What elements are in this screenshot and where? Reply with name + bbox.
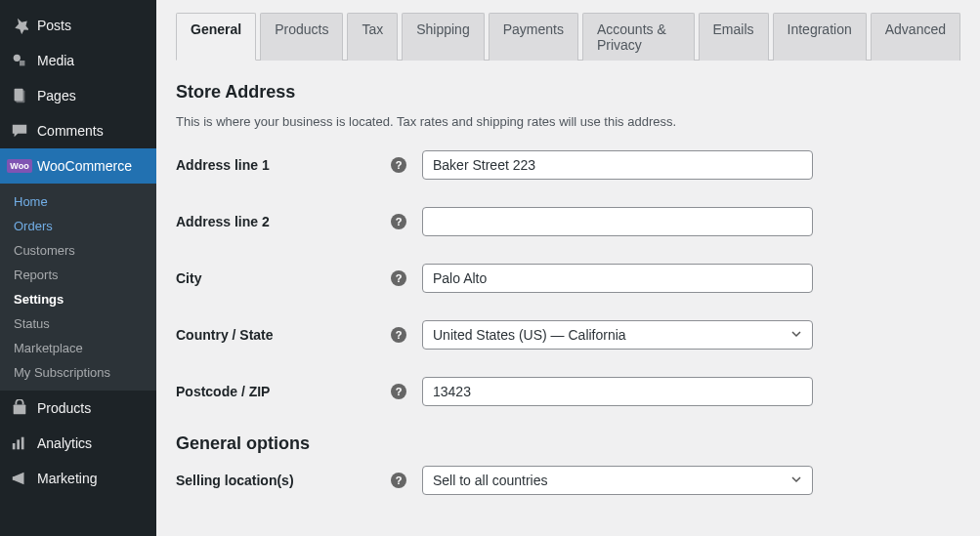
sidebar-item-marketing[interactable]: Marketing: [0, 461, 156, 496]
svg-point-0: [14, 55, 21, 62]
tab-products[interactable]: Products: [260, 13, 343, 61]
section-title-general-options: General options: [176, 433, 960, 454]
svg-rect-6: [21, 437, 24, 450]
sidebar-item-posts[interactable]: Posts: [0, 8, 156, 43]
select-country-state[interactable]: United States (US) — California: [422, 320, 813, 350]
sidebar-item-woocommerce[interactable]: Woo WooCommerce: [0, 148, 156, 184]
section-title-store-address: Store Address: [176, 82, 960, 103]
tab-advanced[interactable]: Advanced: [871, 13, 960, 61]
tab-accounts-privacy[interactable]: Accounts & Privacy: [582, 13, 695, 61]
sidebar-item-analytics[interactable]: Analytics: [0, 426, 156, 461]
sidebar-item-label: Posts: [37, 18, 71, 33]
svg-rect-7: [13, 476, 15, 480]
row-city: City ?: [176, 264, 960, 293]
settings-tabs: General Products Tax Shipping Payments A…: [176, 12, 960, 61]
input-address2[interactable]: [422, 207, 813, 236]
products-icon: [10, 398, 29, 418]
row-country-state: Country / State ? United States (US) — C…: [176, 320, 960, 350]
tab-general[interactable]: General: [176, 13, 256, 61]
select-selling-locations[interactable]: Sell to all countries: [422, 466, 813, 495]
select-value: Sell to all countries: [433, 473, 548, 488]
sidebar-item-pages[interactable]: Pages: [0, 78, 156, 113]
sidebar-item-label: WooCommerce: [37, 158, 132, 174]
sidebar-item-products[interactable]: Products: [0, 391, 156, 426]
sidebar-item-media[interactable]: Media: [0, 43, 156, 78]
sidebar-submenu: Home Orders Customers Reports Settings S…: [0, 184, 156, 391]
row-address1: Address line 1 ?: [176, 150, 960, 180]
row-postcode: Postcode / ZIP ?: [176, 377, 960, 406]
section-desc-store-address: This is where your business is located. …: [176, 114, 960, 129]
marketing-icon: [10, 469, 29, 488]
help-icon[interactable]: ?: [391, 270, 406, 286]
sidebar-sub-settings[interactable]: Settings: [0, 287, 156, 311]
sidebar-sub-home[interactable]: Home: [0, 189, 156, 214]
svg-rect-5: [17, 439, 20, 449]
media-icon: [10, 51, 29, 70]
help-icon[interactable]: ?: [391, 384, 406, 399]
label-address1: Address line 1: [176, 157, 391, 173]
svg-rect-4: [13, 443, 16, 449]
main-content: General Products Tax Shipping Payments A…: [156, 0, 980, 536]
label-city: City: [176, 270, 391, 286]
sidebar-item-label: Analytics: [37, 435, 92, 451]
label-postcode: Postcode / ZIP: [176, 384, 391, 399]
sidebar-item-label: Products: [37, 400, 91, 416]
svg-rect-3: [14, 404, 26, 414]
help-icon[interactable]: ?: [391, 327, 406, 343]
sidebar-item-label: Marketing: [37, 471, 97, 486]
sidebar-sub-orders[interactable]: Orders: [0, 214, 156, 238]
woocommerce-icon: Woo: [10, 156, 29, 176]
sidebar-sub-customers[interactable]: Customers: [0, 238, 156, 263]
help-icon[interactable]: ?: [391, 473, 406, 488]
chevron-down-icon: [790, 327, 802, 343]
input-address1[interactable]: [422, 150, 813, 180]
page-icon: [10, 86, 29, 105]
label-selling-locations: Selling location(s): [176, 473, 391, 488]
sidebar-sub-reports[interactable]: Reports: [0, 263, 156, 287]
label-address2: Address line 2: [176, 214, 391, 229]
help-icon[interactable]: ?: [391, 157, 406, 173]
admin-sidebar: Posts Media Pages Comments Woo WooCommer…: [0, 0, 156, 536]
tab-integration[interactable]: Integration: [773, 13, 867, 61]
tab-tax[interactable]: Tax: [347, 13, 398, 61]
help-icon[interactable]: ?: [391, 214, 406, 229]
sidebar-sub-subscriptions[interactable]: My Subscriptions: [0, 360, 156, 385]
select-value: United States (US) — California: [433, 327, 626, 343]
pin-icon: [10, 16, 29, 35]
comment-icon: [10, 121, 29, 141]
input-postcode[interactable]: [422, 377, 813, 406]
sidebar-item-label: Media: [37, 53, 74, 68]
tab-emails[interactable]: Emails: [699, 13, 769, 61]
analytics-icon: [10, 433, 29, 453]
tab-payments[interactable]: Payments: [489, 13, 578, 61]
svg-rect-2: [16, 91, 24, 103]
row-selling-locations: Selling location(s) ? Sell to all countr…: [176, 466, 960, 495]
tab-shipping[interactable]: Shipping: [402, 13, 485, 61]
sidebar-item-label: Comments: [37, 123, 104, 139]
sidebar-item-comments[interactable]: Comments: [0, 113, 156, 148]
chevron-down-icon: [790, 473, 802, 488]
row-address2: Address line 2 ?: [176, 207, 960, 236]
sidebar-sub-marketplace[interactable]: Marketplace: [0, 336, 156, 360]
label-country-state: Country / State: [176, 327, 391, 343]
sidebar-sub-status[interactable]: Status: [0, 311, 156, 336]
input-city[interactable]: [422, 264, 813, 293]
sidebar-item-label: Pages: [37, 88, 76, 103]
